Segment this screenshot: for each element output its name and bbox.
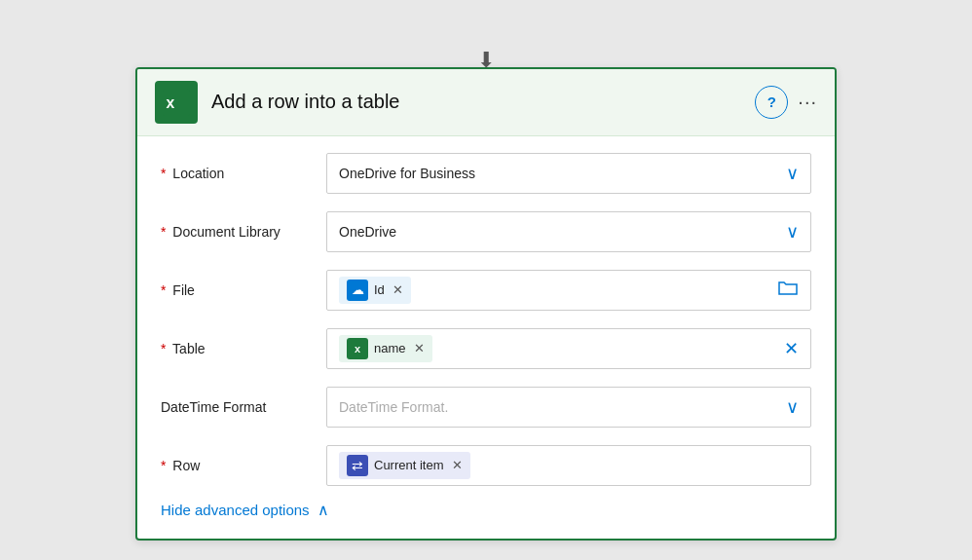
doc-lib-chevron-icon: ∨ [786, 221, 799, 243]
row-token: ⇄ Current item ✕ [339, 452, 470, 479]
doc-lib-required: * [161, 224, 166, 240]
location-label: * Location [161, 166, 326, 181]
file-input[interactable]: ☁ Id ✕ [326, 270, 811, 311]
file-browse-icon[interactable] [777, 279, 799, 301]
document-library-label: * Document Library [161, 224, 326, 240]
row-row: * Row ⇄ Current item ✕ [161, 442, 811, 489]
location-required: * [161, 166, 166, 181]
table-row: * Table x name ✕ ✕ [161, 325, 811, 372]
table-required: * [161, 341, 166, 356]
onedrive-token-icon: ☁ [347, 280, 368, 301]
hide-advanced-link[interactable]: Hide advanced options ∧ [161, 501, 811, 519]
document-library-row: * Document Library OneDrive ∨ [161, 208, 811, 255]
row-input[interactable]: ⇄ Current item ✕ [326, 445, 811, 486]
file-token-label: Id [374, 282, 385, 297]
location-dropdown[interactable]: OneDrive for Business ∨ [326, 153, 811, 194]
row-token-label: Current item [374, 458, 444, 472]
table-token: x name ✕ [339, 335, 432, 362]
card-title: Add a row into a table [211, 91, 741, 113]
table-token-remove[interactable]: ✕ [414, 341, 425, 355]
location-row: * Location OneDrive for Business ∨ [161, 150, 811, 197]
svg-text:x: x [167, 94, 175, 111]
hide-advanced-label: Hide advanced options [161, 502, 310, 518]
excel-icon: x [155, 81, 198, 124]
card-header: x Add a row into a table ? ··· [137, 69, 835, 136]
datetime-label: DateTime Format [161, 399, 326, 415]
location-value: OneDrive for Business [339, 166, 786, 181]
datetime-dropdown[interactable]: DateTime Format. ∨ [326, 387, 811, 428]
card-body: * Location OneDrive for Business ∨ * Doc… [137, 136, 835, 539]
row-token-remove[interactable]: ✕ [452, 458, 463, 472]
table-clear-icon[interactable]: ✕ [784, 338, 799, 359]
help-button[interactable]: ? [755, 86, 788, 119]
header-actions: ? ··· [755, 86, 817, 119]
document-library-value: OneDrive [339, 224, 786, 240]
document-library-dropdown[interactable]: OneDrive ∨ [326, 211, 811, 252]
table-token-label: name [374, 341, 406, 355]
chevron-up-icon: ∧ [318, 501, 329, 519]
action-card: x Add a row into a table ? ··· * Locatio… [135, 67, 837, 541]
row-required: * [161, 458, 166, 473]
table-input[interactable]: x name ✕ ✕ [326, 328, 811, 369]
more-options-button[interactable]: ··· [798, 91, 817, 113]
location-chevron-icon: ∨ [786, 163, 799, 184]
datetime-chevron-icon: ∨ [786, 396, 799, 418]
table-label: * Table [161, 341, 326, 356]
file-row: * File ☁ Id ✕ [161, 267, 811, 314]
current-item-token-icon: ⇄ [347, 455, 368, 476]
excel-token-icon: x [347, 338, 368, 359]
file-label: * File [161, 282, 326, 298]
file-token-remove[interactable]: ✕ [393, 282, 403, 297]
file-token: ☁ Id ✕ [339, 277, 411, 304]
file-required: * [161, 282, 166, 298]
flow-arrow: ⬇ [477, 48, 495, 73]
datetime-placeholder: DateTime Format. [339, 399, 448, 415]
row-label: * Row [161, 458, 326, 473]
datetime-row: DateTime Format DateTime Format. ∨ [161, 384, 811, 430]
